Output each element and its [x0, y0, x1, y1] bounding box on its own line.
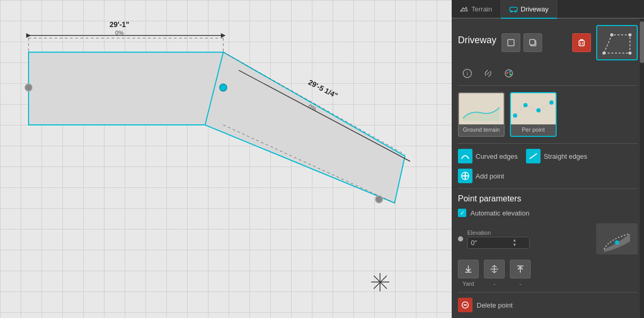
panel-title: Driveway: [458, 35, 496, 46]
yard-action-button[interactable]: [458, 260, 479, 278]
curved-edges-label: Curved edges: [476, 152, 518, 160]
auto-elevation-label: Automatic elevation: [470, 209, 529, 217]
driveway-tab-label: Driveway: [521, 5, 548, 13]
driveway-thumb-svg: [601, 226, 633, 252]
tab-terrain[interactable]: Terrain: [452, 0, 501, 18]
right-action-group: -: [510, 260, 531, 287]
svg-point-19: [515, 10, 517, 12]
svg-point-18: [510, 10, 512, 12]
elevation-input-row: ▲ ▼: [467, 237, 530, 249]
ground-terrain-img: [459, 93, 504, 124]
middle-action-button[interactable]: [484, 260, 505, 278]
upload-icon: [516, 264, 525, 274]
dimension1-label: 29'-1": [110, 20, 129, 29]
elevation-down-button[interactable]: ▼: [512, 243, 517, 247]
terrain-tab-label: Terrain: [471, 5, 492, 13]
add-point-label: Add point: [476, 172, 504, 180]
link-icon: [483, 69, 493, 78]
select-icon: [507, 39, 515, 47]
driveway-tab-icon: [509, 5, 518, 13]
divider1: [458, 143, 638, 144]
palette-icon: [504, 69, 514, 78]
svg-marker-1: [205, 52, 405, 203]
svg-text:i: i: [467, 70, 468, 77]
svg-rect-23: [579, 41, 584, 46]
svg-point-29: [610, 33, 613, 36]
elevation-row: Elevation ▲ ▼: [458, 223, 638, 255]
svg-point-35: [505, 70, 512, 77]
middle-action-group: -: [484, 260, 505, 287]
download-icon: [464, 264, 473, 274]
svg-point-31: [628, 52, 632, 55]
elevation-up-button[interactable]: ▲: [512, 238, 517, 243]
svg-point-36: [506, 72, 508, 74]
action-icons-row: Yard - -: [458, 260, 638, 287]
tab-bar: Terrain Driveway: [452, 0, 644, 19]
divider3: [458, 292, 638, 292]
straight-edge-icon: [526, 149, 541, 163]
panel-scrollbar-thumb[interactable]: [640, 21, 644, 63]
panel-content: Driveway: [452, 19, 644, 318]
straight-edges-label: Straight edges: [544, 152, 587, 160]
dimension1-pct: 0%: [115, 30, 124, 36]
driveway-preview-icon: [601, 30, 633, 56]
info-tab-link[interactable]: [479, 66, 497, 81]
edge-row: Curved edges Straight edges: [458, 149, 638, 163]
svg-point-46: [615, 240, 619, 245]
point-parameters-title: Point parameters: [458, 194, 638, 203]
elevation-spinner: ▲ ▼: [512, 238, 517, 247]
elevation-dot: [458, 236, 463, 241]
svg-point-30: [628, 33, 632, 36]
straight-edges-button[interactable]: Straight edges: [526, 149, 587, 163]
ground-terrain-card[interactable]: Ground terrain: [458, 92, 505, 137]
terrain-tab-icon: [460, 5, 468, 13]
svg-point-9: [25, 84, 32, 91]
right-label: -: [519, 281, 521, 287]
curved-icon-svg: [461, 151, 470, 161]
elevation-input[interactable]: [471, 239, 512, 247]
right-action-button[interactable]: [510, 260, 531, 278]
ground-terrain-label: Ground terrain: [459, 126, 504, 133]
dimension2-label: 29'-5 1/4": [307, 78, 339, 100]
info-tab-info[interactable]: i: [458, 66, 477, 81]
curved-edge-icon: [458, 149, 472, 163]
move-icon: [490, 264, 499, 274]
yard-label: Yard: [463, 281, 474, 287]
square-select-button[interactable]: [502, 33, 520, 52]
per-point-card[interactable]: Per point: [510, 92, 557, 137]
auto-elevation-row: ✓ Automatic elevation: [458, 209, 638, 217]
divider2: [458, 188, 638, 189]
driveway-thumbnail: [596, 223, 638, 255]
svg-point-42: [549, 100, 554, 105]
delete-button[interactable]: [572, 33, 591, 52]
svg-point-40: [523, 103, 528, 107]
straight-icon-svg: [529, 151, 538, 161]
add-point-button[interactable]: Add point: [458, 169, 638, 183]
delete-point-row[interactable]: Delete point: [458, 298, 638, 312]
curved-edges-button[interactable]: Curved edges: [458, 149, 518, 163]
panel-scrollbar[interactable]: [640, 19, 644, 318]
info-tab-palette[interactable]: [500, 66, 518, 81]
tab-driveway[interactable]: Driveway: [501, 0, 557, 19]
duplicate-icon: [529, 39, 537, 47]
driveway-large-icon: [596, 25, 638, 60]
svg-point-16: [460, 10, 462, 12]
canvas-svg: 29'-1" 0% 29'-5 1/4" 0%: [0, 0, 452, 318]
right-panel: Terrain Driveway Driveway: [452, 0, 644, 318]
terrain-cards: Ground terrain Per point: [458, 92, 638, 137]
canvas-area[interactable]: 29'-1" 0% 29'-5 1/4" 0%: [0, 0, 452, 318]
per-point-label: Per point: [511, 126, 556, 133]
ground-terrain-svg: [461, 95, 502, 123]
elevation-group: Elevation ▲ ▼: [467, 230, 592, 249]
auto-elevation-checkbox[interactable]: ✓: [458, 209, 466, 217]
svg-point-37: [509, 71, 511, 73]
svg-point-10: [220, 84, 227, 91]
svg-point-41: [536, 108, 541, 112]
svg-point-11: [375, 196, 383, 203]
svg-point-32: [602, 52, 606, 55]
trash-icon: [578, 39, 585, 46]
add-icon-svg: [461, 171, 470, 181]
delete-point-icon-button[interactable]: [458, 298, 472, 312]
duplicate-button[interactable]: [523, 33, 542, 52]
delete-point-label: Delete point: [477, 301, 512, 309]
